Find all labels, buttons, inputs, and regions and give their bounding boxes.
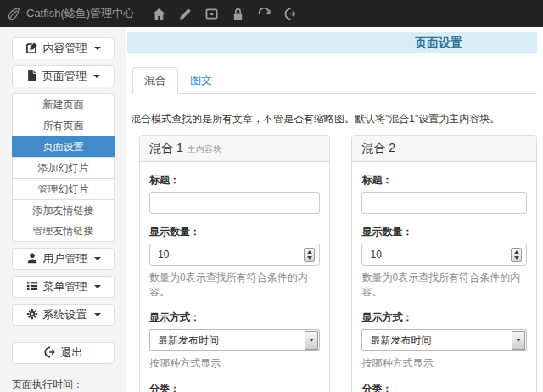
- brand[interactable]: Catfish(鲶鱼)管理中心: [7, 6, 134, 21]
- sidebar: 内容管理 页面管理 新建页面 所有页面 页面设置 添加幻灯片 管理幻灯片 添加友…: [0, 27, 126, 392]
- order-label: 显示方式：: [149, 311, 320, 325]
- order-label: 显示方式：: [361, 311, 527, 325]
- main-content: 页面设置 混合 图文 混合模式查找的是所有文章，不管是否有缩略图。默认将"混合1…: [126, 27, 543, 392]
- chevron-down-icon: [94, 257, 101, 260]
- count-help: 数量为0表示查找所有符合条件的内容。: [361, 271, 527, 300]
- count-help: 数量为0表示查找所有符合条件的内容。: [149, 271, 320, 300]
- mode-description: 混合模式查找的是所有文章，不管是否有缩略图。默认将"混合1"设置为主内容块。: [131, 112, 537, 126]
- tab-imagetext[interactable]: 图文: [178, 67, 224, 94]
- sidebar-item-page-settings[interactable]: 页面设置: [12, 136, 115, 157]
- chevron-down-icon: [94, 313, 101, 316]
- select-arrow-icon[interactable]: [305, 331, 318, 350]
- panel-title: 混合 1: [149, 141, 183, 156]
- title-label: 标题：: [361, 173, 527, 188]
- list-icon: [26, 280, 38, 294]
- order-select-value: 最新发布时间: [370, 333, 431, 348]
- sign-out-icon: [44, 346, 56, 361]
- count-input[interactable]: 10: [149, 244, 320, 266]
- chevron-down-icon: [93, 75, 100, 78]
- count-value: 10: [370, 249, 381, 260]
- exec-time: 页面执行时间：0.0217s: [12, 378, 115, 392]
- sidebar-group-content[interactable]: 内容管理: [12, 37, 115, 59]
- sidebar-page-submenu: 新建页面 所有页面 页面设置 添加幻灯片 管理幻灯片 添加友情链接 管理友情链接: [12, 93, 115, 242]
- sidebar-item-add-slide[interactable]: 添加幻灯片: [12, 157, 115, 178]
- sidebar-item-new-page[interactable]: 新建页面: [12, 93, 115, 115]
- number-spinner[interactable]: [511, 248, 522, 262]
- sidebar-group-label: 用户管理: [43, 251, 87, 266]
- edit-icon: [26, 42, 38, 56]
- browser-icon[interactable]: [199, 0, 225, 27]
- count-label: 显示数量：: [149, 225, 320, 239]
- sidebar-item-manage-links[interactable]: 管理友情链接: [12, 221, 115, 242]
- panels-row: 混合 1 主内容块 标题： 显示数量： 10: [139, 135, 537, 392]
- sidebar-group-system[interactable]: 系统设置: [12, 304, 115, 326]
- home-icon[interactable]: [146, 0, 172, 27]
- sidebar-group-page[interactable]: 页面管理: [12, 65, 115, 87]
- panel-mixed-2: 混合 2 标题： 显示数量： 10: [351, 135, 537, 392]
- top-navbar: Catfish(鲶鱼)管理中心: [0, 0, 543, 27]
- tab-mixed[interactable]: 混合: [132, 67, 178, 94]
- file-icon: [26, 70, 37, 84]
- navbar-actions: [146, 0, 304, 27]
- spinner-up-icon[interactable]: [514, 250, 519, 254]
- tab-bar: 混合 图文: [131, 67, 537, 94]
- order-select-value: 最新发布时间: [158, 333, 219, 348]
- panel-header: 混合 1 主内容块: [140, 136, 329, 162]
- sidebar-group-label: 内容管理: [43, 41, 87, 56]
- title-label: 标题：: [149, 173, 320, 188]
- panel-subtitle: 主内容块: [188, 143, 221, 155]
- count-label: 显示数量：: [361, 225, 527, 239]
- panel-header: 混合 2: [352, 136, 536, 162]
- order-help: 按哪种方式显示: [149, 356, 320, 371]
- sidebar-group-label: 系统设置: [43, 307, 87, 322]
- panel-title: 混合 2: [361, 141, 395, 156]
- title-input[interactable]: [149, 192, 320, 214]
- leaf-icon: [7, 7, 20, 20]
- title-input[interactable]: [361, 192, 527, 214]
- sidebar-group-user[interactable]: 用户管理: [12, 248, 115, 270]
- sidebar-group-menu[interactable]: 菜单管理: [12, 276, 115, 298]
- sidebar-item-add-links[interactable]: 添加友情链接: [12, 199, 115, 221]
- logout-label: 退出: [61, 345, 83, 361]
- lock-icon[interactable]: [225, 0, 251, 27]
- number-spinner[interactable]: [304, 248, 315, 262]
- count-input[interactable]: 10: [361, 244, 527, 266]
- logout-button[interactable]: 退出: [12, 342, 115, 364]
- brand-title: Catfish(鲶鱼)管理中心: [26, 6, 134, 21]
- sidebar-group-label: 页面管理: [42, 69, 87, 84]
- gear-icon: [26, 308, 38, 322]
- panel-mixed-1: 混合 1 主内容块 标题： 显示数量： 10: [139, 135, 330, 392]
- user-icon: [26, 252, 38, 266]
- chevron-down-icon: [94, 47, 101, 50]
- spinner-up-icon[interactable]: [307, 250, 312, 254]
- sidebar-item-manage-slides[interactable]: 管理幻灯片: [12, 178, 115, 199]
- spinner-down-icon[interactable]: [514, 256, 519, 260]
- chevron-down-icon: [94, 285, 101, 288]
- spinner-down-icon[interactable]: [307, 256, 312, 260]
- page-title: 页面设置: [127, 32, 537, 53]
- pencil-icon[interactable]: [172, 0, 199, 27]
- order-select[interactable]: 最新发布时间: [361, 329, 527, 351]
- refresh-icon[interactable]: [251, 0, 277, 27]
- sidebar-item-all-pages[interactable]: 所有页面: [12, 115, 115, 136]
- sidebar-group-label: 菜单管理: [43, 279, 87, 294]
- category-label: 分类：: [361, 382, 527, 392]
- order-help: 按哪种方式显示: [361, 356, 527, 371]
- category-label: 分类：: [149, 382, 320, 392]
- order-select[interactable]: 最新发布时间: [149, 329, 320, 351]
- count-value: 10: [158, 249, 169, 260]
- select-arrow-icon[interactable]: [512, 331, 525, 350]
- sign-out-icon[interactable]: [277, 0, 304, 27]
